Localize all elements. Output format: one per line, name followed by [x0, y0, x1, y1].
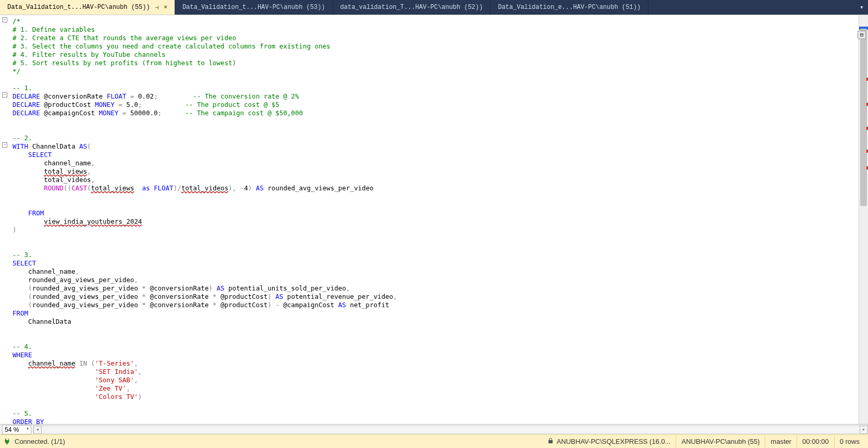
status-server: ANUBHAV-PC\SQLEXPRESS (16.0... — [542, 435, 676, 449]
zoom-select[interactable]: 54 % — [2, 425, 31, 434]
connection-icon — [3, 438, 11, 446]
split-editor-icon[interactable]: ⊟ — [858, 31, 866, 39]
status-database: master — [765, 435, 797, 449]
document-tab[interactable]: Data_Validation_t...HAV-PC\anubh (55))⊣× — [0, 0, 175, 15]
tab-label: Data_Validation_t...HAV-PC\anubh (55)) — [7, 4, 150, 11]
status-connected-text: Connected. (1/1) — [15, 438, 65, 445]
status-rows: 0 rows — [834, 435, 865, 449]
document-tab[interactable]: data_validation_T...HAV-PC\anubh (52)) — [333, 0, 491, 15]
close-icon[interactable]: × — [164, 4, 167, 10]
collapse-toggle-icon[interactable]: − — [2, 17, 7, 22]
document-tabbar: Data_Validation_t...HAV-PC\anubh (55))⊣×… — [0, 0, 868, 15]
vertical-scrollbar[interactable] — [859, 15, 868, 424]
hscroll-right-button[interactable]: ▸ — [860, 426, 868, 434]
horizontal-scrollbar[interactable] — [42, 426, 860, 434]
tab-overflow-button[interactable]: ▾ — [855, 0, 868, 15]
document-tab[interactable]: Data_Validation_t...HAV-PC\anubh (53)) — [175, 0, 333, 15]
tab-label: Data_Validation_e...HAV-PC\anubh (51)) — [498, 4, 641, 11]
pin-icon[interactable]: ⊣ — [155, 4, 159, 11]
lock-icon — [547, 438, 554, 445]
status-bar: Connected. (1/1) ANUBHAV-PC\SQLEXPRESS (… — [0, 434, 868, 448]
collapse-toggle-icon[interactable]: − — [2, 92, 7, 98]
code-text[interactable]: /* # 1. Define variables # 2. Create a C… — [9, 15, 859, 424]
hscroll-left-button[interactable]: ◂ — [33, 426, 42, 434]
scrollbar-thumb[interactable] — [860, 29, 867, 206]
collapse-toggle-icon[interactable]: − — [2, 142, 7, 148]
editor-footer: 54 % ◂ ▸ — [0, 424, 868, 434]
outline-gutter[interactable]: − − − — [0, 15, 9, 424]
status-elapsed: 00:00:00 — [797, 435, 834, 449]
tab-label: Data_Validation_t...HAV-PC\anubh (53)) — [182, 4, 325, 11]
document-tab[interactable]: Data_Validation_e...HAV-PC\anubh (51)) — [491, 0, 649, 15]
tab-label: data_validation_T...HAV-PC\anubh (52)) — [340, 4, 483, 11]
zoom-select-wrap[interactable]: 54 % — [2, 425, 31, 434]
status-login: ANUBHAV-PC\anubh (55) — [676, 435, 765, 449]
code-editor[interactable]: − − − /* # 1. Define variables # 2. Crea… — [0, 15, 868, 424]
